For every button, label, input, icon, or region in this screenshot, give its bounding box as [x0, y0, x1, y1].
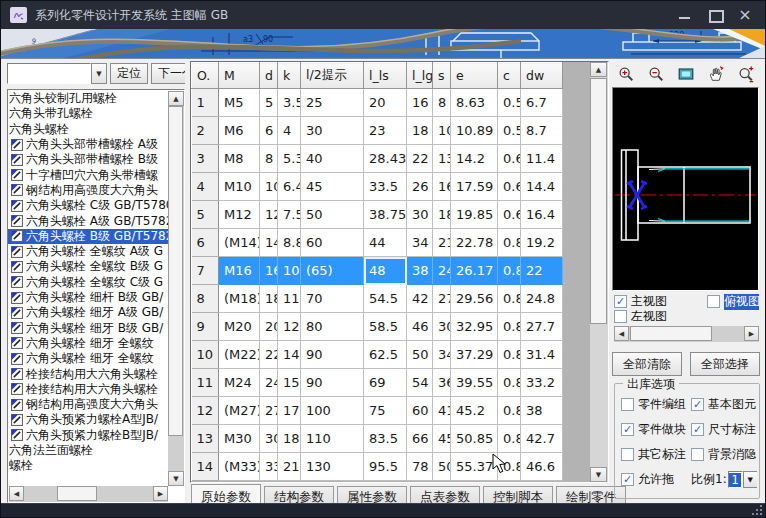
grid-cell[interactable]: 46: [407, 313, 433, 341]
row-header[interactable]: 10: [192, 341, 219, 369]
grid-cell[interactable]: 95.5: [364, 453, 407, 481]
grid-cell[interactable]: 33: [260, 453, 278, 481]
grid-cell[interactable]: 24: [260, 369, 278, 397]
grid-cell[interactable]: 27: [433, 285, 451, 313]
part-list-item[interactable]: 六角头预紧力螺栓A型JB/: [8, 412, 168, 427]
grid-cell[interactable]: 80: [301, 313, 364, 341]
grid-cell[interactable]: 100: [301, 397, 364, 425]
grid-cell[interactable]: 13: [433, 145, 451, 173]
grid-cell[interactable]: M20: [219, 313, 260, 341]
row-header[interactable]: 1: [192, 89, 219, 117]
grid-cell[interactable]: 0.8: [498, 257, 521, 285]
row-header[interactable]: 2: [192, 117, 219, 145]
grid-cell[interactable]: M5: [219, 89, 260, 117]
grid-cell[interactable]: 30: [407, 201, 433, 229]
grid-cell[interactable]: 0.8: [498, 369, 521, 397]
grid-cell[interactable]: 0.6: [498, 145, 521, 173]
part-list-item[interactable]: 六角头螺栓 C级 GB/T5780: [8, 198, 168, 213]
row-header[interactable]: 5: [192, 201, 219, 229]
grid-cell[interactable]: 0.6: [498, 201, 521, 229]
column-header[interactable]: s: [433, 63, 451, 89]
export-option-checkbox[interactable]: ✓: [691, 423, 704, 436]
grid-cell[interactable]: 7.5: [278, 201, 301, 229]
grid-cell[interactable]: 30: [260, 425, 278, 453]
column-header[interactable]: l_ls: [364, 63, 407, 89]
part-list-item[interactable]: 六角头头部带槽螺栓 B级: [8, 152, 168, 167]
grid-cell[interactable]: M16: [219, 257, 260, 285]
grid-cell[interactable]: 78: [407, 453, 433, 481]
zoom-out-icon[interactable]: [644, 63, 668, 84]
preview-hscroll-thumb[interactable]: [630, 326, 712, 341]
grid-cell[interactable]: 25: [301, 89, 364, 117]
grid-cell[interactable]: 16: [407, 89, 433, 117]
grid-cell[interactable]: 44: [364, 229, 407, 257]
part-list-item[interactable]: 螺栓: [8, 458, 168, 473]
grid-cell[interactable]: 34: [407, 229, 433, 257]
part-list-item[interactable]: 六角头螺栓 细牙 B级 GB/: [8, 320, 168, 335]
grid-cell[interactable]: 60: [407, 397, 433, 425]
grid-cell[interactable]: 54: [407, 369, 433, 397]
grid-cell[interactable]: 10.89: [451, 117, 498, 145]
grid-cell[interactable]: 39.55: [451, 369, 498, 397]
maximize-button[interactable]: [708, 8, 722, 22]
grid-cell[interactable]: 33.2: [521, 369, 563, 397]
grid-cell[interactable]: 33.5: [364, 173, 407, 201]
grid-vertical-scrollbar[interactable]: ▲ ▼: [590, 62, 608, 482]
grid-cell[interactable]: 66: [407, 425, 433, 453]
scroll-right-button[interactable]: ▶: [153, 486, 168, 501]
front-view-checkbox[interactable]: ✓: [614, 295, 627, 308]
grid-cell[interactable]: 0.8: [498, 229, 521, 257]
grid-cell[interactable]: 24: [433, 257, 451, 285]
part-list-item[interactable]: 六角头螺栓: [8, 122, 168, 137]
grid-scroll-up-button[interactable]: ▲: [590, 62, 607, 77]
grid-cell[interactable]: M24: [219, 369, 260, 397]
grid-cell[interactable]: 26: [407, 173, 433, 201]
grid-cell[interactable]: 0.8: [498, 425, 521, 453]
grid-cell[interactable]: 14: [278, 341, 301, 369]
part-list-item[interactable]: 六角头螺栓 细牙 A级 GB/: [8, 305, 168, 320]
grid-cell[interactable]: 38.75: [364, 201, 407, 229]
grid-cell[interactable]: 50: [301, 201, 364, 229]
export-option-checkbox[interactable]: [621, 448, 634, 461]
part-list-item[interactable]: 六角头螺栓 全螺纹 A级 G: [8, 244, 168, 259]
grid-cell[interactable]: 16: [433, 173, 451, 201]
part-list-item[interactable]: 六角头铰制孔用螺栓: [8, 91, 168, 106]
column-header[interactable]: k: [278, 63, 301, 89]
scale-dropdown-button[interactable]: ▼: [743, 471, 757, 488]
grid-cell[interactable]: 41: [433, 397, 451, 425]
left-view-checkbox[interactable]: [614, 310, 627, 323]
column-header[interactable]: e: [451, 63, 498, 89]
grid-cell[interactable]: M12: [219, 201, 260, 229]
export-option-checkbox[interactable]: [691, 448, 704, 461]
grid-cell[interactable]: 10: [433, 117, 451, 145]
grid-cell[interactable]: 45: [301, 173, 364, 201]
grid-cell[interactable]: 29.56: [451, 285, 498, 313]
grid-cell[interactable]: 14.2: [451, 145, 498, 173]
grid-cell[interactable]: 0.5: [498, 117, 521, 145]
grid-cell[interactable]: 30: [301, 117, 364, 145]
grid-cell[interactable]: 27.7: [521, 313, 563, 341]
grid-cell[interactable]: 8.7: [521, 117, 563, 145]
resize-grip[interactable]: [751, 504, 763, 516]
grid-cell[interactable]: 11.5: [278, 285, 301, 313]
scroll-left-button[interactable]: ◀: [9, 486, 24, 501]
zoom-dynamic-icon[interactable]: [734, 63, 758, 84]
grid-cell[interactable]: 30: [433, 313, 451, 341]
grid-cell[interactable]: 40: [301, 145, 364, 173]
grid-cell[interactable]: 3.5: [278, 89, 301, 117]
grid-cell[interactable]: 19.2: [521, 229, 563, 257]
grid-cell[interactable]: 90: [301, 341, 364, 369]
grid-cell[interactable]: 46.6: [521, 453, 563, 481]
export-option-checkbox[interactable]: [621, 398, 634, 411]
part-search-input[interactable]: [7, 63, 91, 84]
grid-cell[interactable]: 50: [407, 341, 433, 369]
grid-cell[interactable]: 83.5: [364, 425, 407, 453]
grid-cell[interactable]: 11.4: [521, 145, 563, 173]
column-header[interactable]: dw: [521, 63, 563, 89]
grid-cell[interactable]: 0.8: [498, 397, 521, 425]
grid-cell[interactable]: 54.5: [364, 285, 407, 313]
row-header[interactable]: 9: [192, 313, 219, 341]
grid-cell[interactable]: 14: [260, 229, 278, 257]
part-list-item[interactable]: 六角头带孔螺栓: [8, 106, 168, 121]
grid-cell[interactable]: 34: [433, 341, 451, 369]
